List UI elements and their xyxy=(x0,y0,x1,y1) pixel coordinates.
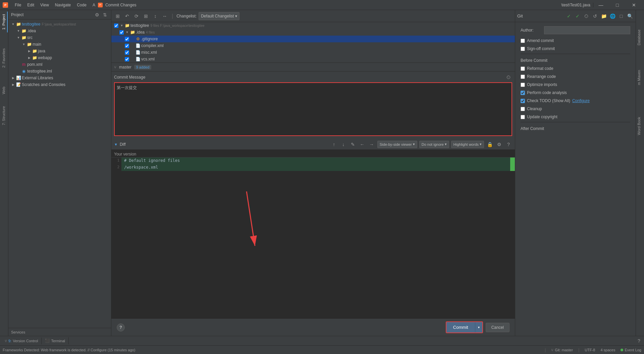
toolbar-group-btn[interactable]: ⊞ xyxy=(142,12,150,20)
toolbar-collapse-btn[interactable]: ↔ xyxy=(161,12,168,20)
git-check2-btn[interactable]: ✓ xyxy=(574,12,581,20)
configure-link[interactable]: Configure xyxy=(572,98,590,103)
dialog-tree-misc[interactable]: 📄 misc.xml xyxy=(111,49,515,56)
rearrange-label[interactable]: Rearrange code xyxy=(527,74,556,79)
signoff-label[interactable]: Sign-off commit xyxy=(527,46,555,51)
bottom-help-btn[interactable]: ? xyxy=(635,337,643,345)
help-button[interactable]: ? xyxy=(117,323,125,331)
tree-item-root[interactable]: ▼ 📁 testtogitee F:\java_workspace\test xyxy=(8,21,111,28)
terminal-tab[interactable]: ⬛ Terminal xyxy=(42,337,69,344)
menu-edit[interactable]: Edit xyxy=(24,2,37,8)
optimize-label[interactable]: Optimize imports xyxy=(527,82,557,87)
root-checkbox[interactable] xyxy=(114,24,118,28)
diff-down-btn[interactable]: ↓ xyxy=(340,141,347,148)
minimize-button[interactable]: — xyxy=(593,0,608,10)
tree-item-webapp[interactable]: ▶ 📁 webapp xyxy=(8,54,111,61)
amend-checkbox[interactable] xyxy=(521,39,525,43)
menu-view[interactable]: View xyxy=(38,2,52,8)
commit-msg-history-btn[interactable]: ⏲ xyxy=(505,74,512,81)
wordbook-tab[interactable]: Word Book xyxy=(636,114,643,138)
reformat-checkbox[interactable] xyxy=(521,67,525,71)
tree-item-main[interactable]: ▼ 📁 main xyxy=(8,41,111,48)
git-folder-btn[interactable]: 📁 xyxy=(600,12,607,20)
git-history-btn[interactable]: ⏲ xyxy=(583,12,590,20)
event-log-btn[interactable]: Event Log xyxy=(621,348,641,352)
dialog-tree-compiler[interactable]: 📄 compiler.xml xyxy=(111,42,515,49)
misc-checkbox[interactable] xyxy=(125,50,129,55)
sidebar-settings-btn[interactable]: ⚙ xyxy=(94,11,100,18)
commit-button[interactable]: Commit xyxy=(446,322,475,333)
dialog-tree-root[interactable]: ▼ 📁 testtogitee 9 files F:\java_workspac… xyxy=(111,22,515,29)
dialog-tree-gitignore[interactable]: ⚙ .gitignore xyxy=(111,36,515,42)
close-button[interactable]: ✕ xyxy=(626,0,641,10)
tree-item-java[interactable]: ▶ 📁 java xyxy=(8,48,111,54)
check-todo-label[interactable]: Check TODO (Show All) xyxy=(527,98,570,103)
favorites-tab[interactable]: 2: Favorites xyxy=(0,46,8,70)
idea-checkbox[interactable] xyxy=(119,30,124,35)
optimize-checkbox[interactable] xyxy=(521,83,525,87)
cancel-button[interactable]: Cancel xyxy=(486,323,509,332)
status-spaces[interactable]: 4 spaces xyxy=(600,348,615,352)
diff-help-btn[interactable]: ? xyxy=(505,141,512,148)
menu-code[interactable]: Code xyxy=(74,2,89,8)
signoff-checkbox[interactable] xyxy=(521,47,525,51)
code-analysis-label[interactable]: Perform code analysis xyxy=(527,90,567,95)
diff-settings-btn[interactable]: ⚙ xyxy=(495,141,503,148)
version-control-tab[interactable]: ⑂ 9: Version Control xyxy=(1,338,42,344)
cleanup-label[interactable]: Cleanup xyxy=(527,106,542,111)
web-tab[interactable]: Web xyxy=(0,84,8,97)
tree-item-ext-libs[interactable]: ▶ 📊 External Libraries xyxy=(8,75,111,81)
maven-tab[interactable]: m Maven xyxy=(636,67,643,88)
git-search-btn[interactable]: 🔍 xyxy=(626,12,634,20)
diff-collapse-arrow[interactable]: ▼ xyxy=(114,142,118,146)
rearrange-checkbox[interactable] xyxy=(521,75,525,79)
toolbar-refresh-btn[interactable]: ⟳ xyxy=(133,12,140,20)
tree-item-iml[interactable]: ◉ testtogitee.iml xyxy=(8,68,111,75)
menu-file[interactable]: File xyxy=(12,2,24,8)
diff-prev-btn[interactable]: ← xyxy=(359,141,366,148)
amend-label[interactable]: Amend commit xyxy=(527,38,554,43)
menu-a[interactable]: A xyxy=(90,2,98,8)
sidebar-expand-btn[interactable]: ⇅ xyxy=(102,11,108,18)
structure-tab[interactable]: 7: Structure xyxy=(0,103,8,128)
diff-edit-btn[interactable]: ✎ xyxy=(349,141,357,148)
project-tab[interactable]: 1: Project xyxy=(0,11,8,32)
gitignore-checkbox[interactable] xyxy=(125,37,129,41)
author-input[interactable] xyxy=(544,26,630,34)
maximize-button[interactable]: □ xyxy=(610,0,625,10)
toolbar-undo-btn[interactable]: ↶ xyxy=(123,12,131,20)
vcs-checkbox[interactable] xyxy=(125,57,129,61)
diff-next-btn[interactable]: → xyxy=(368,141,375,148)
database-tab[interactable]: Database xyxy=(636,27,643,48)
code-analysis-checkbox[interactable] xyxy=(521,91,525,95)
viewer-select[interactable]: Side-by-side viewer ▾ xyxy=(377,141,417,148)
event-log-label: Event Log xyxy=(625,348,641,352)
git-globe-btn[interactable]: 🌐 xyxy=(609,12,616,20)
commit-dropdown-button[interactable]: ▾ xyxy=(475,322,482,333)
dialog-tree-vcs[interactable]: 📄 vcs.xml xyxy=(111,56,515,62)
menu-navigate[interactable]: Navigate xyxy=(52,2,73,8)
tree-item-idea[interactable]: ▼ 📁 .idea xyxy=(8,28,111,34)
diff-lock-btn[interactable]: 🔒 xyxy=(486,141,493,148)
tree-item-src[interactable]: ▼ 📁 src xyxy=(8,34,111,41)
ignore-select[interactable]: Do not ignore ▾ xyxy=(419,141,449,148)
dialog-tree-idea[interactable]: ▼ 📁 .idea 4 files xyxy=(111,29,515,36)
diff-up-btn[interactable]: ↑ xyxy=(330,141,338,148)
highlight-select[interactable]: Highlight words ▾ xyxy=(451,141,484,148)
changelist-select[interactable]: Default Changelist ▾ xyxy=(199,12,239,20)
git-revert-btn[interactable]: ↺ xyxy=(591,12,599,20)
cleanup-checkbox[interactable] xyxy=(521,107,525,111)
toolbar-expand-btn[interactable]: ↕ xyxy=(152,12,159,20)
copyright-label[interactable]: Update copyright xyxy=(527,115,557,119)
check-todo-checkbox[interactable] xyxy=(521,99,525,103)
tree-item-pom[interactable]: m pom.xml xyxy=(8,61,111,68)
git-check1-btn[interactable]: ✓ xyxy=(565,12,573,20)
copyright-checkbox[interactable] xyxy=(521,115,525,119)
commit-message-input[interactable]: 第一次提交 xyxy=(114,82,512,136)
reformat-label[interactable]: Reformat code xyxy=(527,66,553,71)
git-layout-btn[interactable]: □ xyxy=(618,12,625,20)
compiler-checkbox[interactable] xyxy=(125,44,129,48)
toolbar-action-btn[interactable]: ⊞ xyxy=(114,12,121,20)
status-encoding[interactable]: UTF-8 xyxy=(585,348,595,352)
tree-item-scratches[interactable]: ▶ 📝 Scratches and Consoles xyxy=(8,81,111,88)
